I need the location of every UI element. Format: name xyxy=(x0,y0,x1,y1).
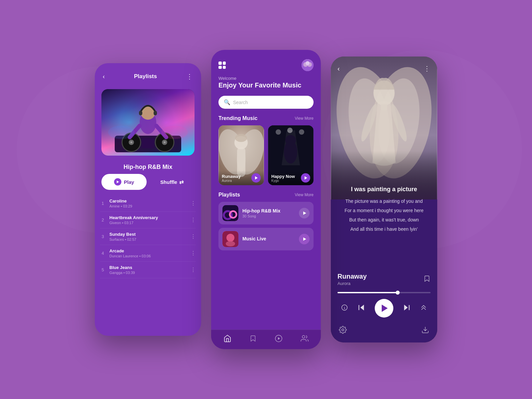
svg-marker-42 xyxy=(278,337,280,340)
list-item: 1 Caroline Amine • 03:29 ⋮ xyxy=(100,195,196,212)
playlist-play-hiphop[interactable] xyxy=(299,208,310,218)
search-icon: 🔍 xyxy=(224,99,230,105)
nav-bookmark[interactable] xyxy=(249,335,257,342)
avatar[interactable] xyxy=(302,59,314,71)
playlists-view-more[interactable]: View More xyxy=(295,193,314,197)
player-song-name: Runaway xyxy=(337,273,367,280)
list-item: 4 Arcade Duncan Laurence • 03:06 ⋮ xyxy=(100,245,196,262)
list-item: 3 Sunday Best Surfaces • 02:57 ⋮ xyxy=(100,228,196,245)
play-pause-button[interactable] xyxy=(375,299,393,318)
list-item: 5 Blue Jeans Gangga • 03:39 ⋮ xyxy=(100,262,196,278)
svg-point-34 xyxy=(285,135,296,146)
repeat-button[interactable]: 1 xyxy=(341,304,348,313)
player-menu-button[interactable]: ⋮ xyxy=(424,65,431,72)
play-button[interactable]: Play xyxy=(101,174,147,190)
shuffle-button[interactable]: Shuffle ⇄ xyxy=(149,175,195,190)
card-bottom-happy: Happy Now Kygo xyxy=(268,171,314,185)
center-phone: Welcome Enjoy Your Favorite Music 🔍 Sear… xyxy=(211,50,321,349)
player-info: Runaway Aurora xyxy=(331,273,437,286)
svg-point-21 xyxy=(306,61,310,65)
track-menu-2[interactable]: ⋮ xyxy=(191,217,196,223)
svg-point-16 xyxy=(108,126,135,139)
nav-play[interactable] xyxy=(275,334,283,342)
grid-icon[interactable] xyxy=(218,62,226,69)
svg-point-60 xyxy=(342,329,344,331)
playlists-header: Playlists View More xyxy=(211,192,321,202)
back-button-player[interactable]: ‹ xyxy=(337,65,340,72)
track-menu-4[interactable]: ⋮ xyxy=(191,250,196,256)
lyric-4: But then again, it was't true, down xyxy=(339,215,429,224)
trending-cards: Runaway Aurora xyxy=(211,125,321,192)
playlists-section: Playlists View More Hip-hop R&B Mix 30 S… xyxy=(211,192,321,257)
lyric-5: And all this time i have been lyin' xyxy=(339,224,429,234)
card-song-name: Runaway xyxy=(222,174,241,179)
svg-point-11 xyxy=(141,105,155,120)
card-play-happy[interactable] xyxy=(301,173,310,183)
trending-view-more[interactable]: View More xyxy=(295,116,314,121)
card-play-runaway[interactable] xyxy=(251,173,261,183)
page-title: Playlists xyxy=(106,73,185,80)
card-artist: Aurora xyxy=(222,179,241,183)
svg-point-5 xyxy=(130,141,132,143)
lyric-main: I was painting a picture xyxy=(339,183,429,195)
track-menu-5[interactable]: ⋮ xyxy=(191,267,196,273)
right-phone: ‹ ⋮ I was painting a picture The picture… xyxy=(331,57,437,342)
card-artist-2: Kygo xyxy=(271,179,295,183)
svg-point-40 xyxy=(226,241,235,246)
playlist-name-hiphop: Hip-hop R&B Mix xyxy=(242,208,295,213)
playlists-title: Playlists xyxy=(218,192,240,198)
menu-button[interactable]: ⋮ xyxy=(185,71,195,82)
track-list: 1 Caroline Amine • 03:29 ⋮ 2 Heartbreak … xyxy=(95,195,201,278)
play-icon xyxy=(114,178,121,186)
welcome-label: Welcome xyxy=(218,76,314,81)
trending-title: Trending Music xyxy=(218,115,257,121)
player-header: ‹ ⋮ xyxy=(331,57,437,80)
svg-point-39 xyxy=(226,234,234,242)
playlist-thumb-hiphop xyxy=(222,205,238,221)
svg-rect-13 xyxy=(154,111,157,115)
settings-button[interactable] xyxy=(339,326,347,336)
svg-rect-12 xyxy=(139,111,142,115)
welcome-title: Enjoy Your Favorite Music xyxy=(218,81,314,89)
trending-card-happy[interactable]: Happy Now Kygo xyxy=(268,125,314,185)
left-phone: ‹ Playlists ⋮ xyxy=(95,63,201,336)
playlist-count-hiphop: 30 Song xyxy=(242,214,295,218)
progress-fill xyxy=(337,292,398,293)
svg-rect-9 xyxy=(142,138,154,148)
playlist-play-live[interactable] xyxy=(299,234,310,244)
welcome-section: Welcome Enjoy Your Favorite Music xyxy=(211,74,321,94)
trending-card-runaway[interactable]: Runaway Aurora xyxy=(218,125,264,185)
svg-point-43 xyxy=(302,335,305,338)
skip-forward-button[interactable] xyxy=(402,303,411,314)
speed-button[interactable] xyxy=(420,304,427,313)
track-menu-3[interactable]: ⋮ xyxy=(191,233,196,240)
skip-back-button[interactable] xyxy=(357,303,366,314)
player-controls: 1 xyxy=(331,299,437,318)
lyric-2: The picture was a painting of you and xyxy=(339,197,429,206)
progress-bar[interactable] xyxy=(337,292,431,293)
svg-marker-56 xyxy=(360,305,364,310)
playlist-item-hiphop[interactable]: Hip-hop R&B Mix 30 Song xyxy=(218,202,314,224)
bottom-nav xyxy=(211,330,321,349)
svg-point-17 xyxy=(161,126,188,139)
playlist-item-live[interactable]: Music Live xyxy=(218,228,314,250)
lyric-3: For a moment i thought you were here xyxy=(339,206,429,215)
search-bar[interactable]: 🔍 Search xyxy=(218,96,314,109)
playlist-thumb-live xyxy=(222,231,238,247)
trending-header: Trending Music View More xyxy=(211,115,321,125)
track-menu-1[interactable]: ⋮ xyxy=(191,200,196,206)
svg-point-8 xyxy=(164,141,166,143)
svg-marker-58 xyxy=(404,305,408,310)
album-art xyxy=(101,89,195,156)
list-item: 2 Heartbreak Anniversary Giveon • 03:17 … xyxy=(100,212,196,228)
download-button[interactable] xyxy=(421,326,429,336)
nav-users[interactable] xyxy=(301,334,309,342)
player-bottom-row xyxy=(331,326,437,336)
svg-text:1: 1 xyxy=(343,306,345,309)
nav-home[interactable] xyxy=(223,334,231,342)
back-button[interactable]: ‹ xyxy=(101,72,106,81)
center-header xyxy=(211,50,321,74)
bookmark-button[interactable] xyxy=(423,275,431,284)
svg-point-27 xyxy=(235,134,247,142)
progress-thumb xyxy=(396,291,400,295)
